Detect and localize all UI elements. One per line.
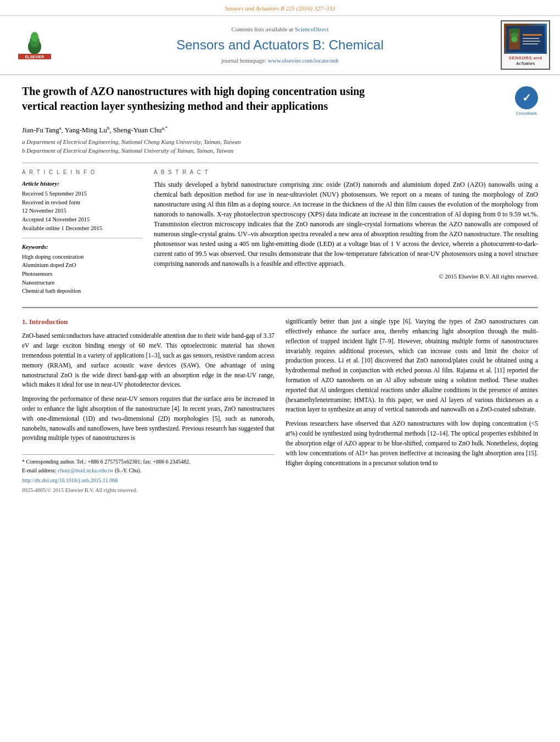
- keyword-3: Photosensors: [22, 270, 143, 278]
- body-right-column: significantly better than just a single …: [285, 317, 538, 494]
- svg-rect-14: [523, 43, 538, 44]
- svg-rect-11: [523, 34, 542, 36]
- intro-para-2: Improving the performance of these near-…: [22, 394, 275, 443]
- keyword-1: High doping concentration: [22, 253, 143, 261]
- article-info-abstract: A R T I C L E I N F O Article history: R…: [22, 163, 538, 296]
- journal-banner: ELSEVIER Contents lists available at Sci…: [0, 16, 560, 75]
- keyword-2: Aluminium doped ZnO: [22, 261, 143, 270]
- actuators-text: AcTuators: [516, 61, 535, 66]
- logo-image: [504, 24, 547, 54]
- copyright: © 2015 Elsevier B.V. All rights reserved…: [154, 272, 538, 281]
- article-title: The growth of AZO nanostructures with hi…: [22, 84, 395, 114]
- homepage-url[interactable]: www.elsevier.com/locate/snb: [268, 57, 339, 64]
- journal-title: Sensors and Actuators B: Chemical: [59, 36, 501, 54]
- crossmark-label: CrossMark: [515, 110, 538, 116]
- title-section: ✓ CrossMark The growth of AZO nanostruct…: [22, 84, 538, 119]
- body-left-column: 1. Introduction ZnO-based semiconductors…: [22, 317, 275, 494]
- intro-para-1: ZnO-based semiconductors have attracted …: [22, 331, 275, 390]
- affiliation-a: a Department of Electrical Engineering, …: [22, 138, 538, 146]
- intro-para-3: significantly better than just a single …: [285, 317, 538, 415]
- footnotes: * Corresponding author. Tel.: +886 6 275…: [22, 454, 275, 475]
- corresponding-author: * Corresponding author. Tel.: +886 6 275…: [22, 458, 275, 466]
- received2-date: 12 November 2015: [22, 207, 143, 215]
- svg-rect-12: [523, 38, 539, 39]
- email-suffix: (S.-Y. Chu).: [115, 467, 141, 473]
- history-heading: Article history:: [22, 180, 143, 188]
- issn-line: 0925-4005/© 2015 Elsevier B.V. All right…: [22, 487, 275, 494]
- article-history: Article history: Received 5 September 20…: [22, 180, 143, 232]
- footer-note: http://dx.doi.org/10.1016/j.snb.2015.11.…: [22, 477, 275, 484]
- article-info-column: A R T I C L E I N F O Article history: R…: [22, 169, 143, 296]
- journal-reference: Sensors and Actuators B 225 (2016) 327–3…: [225, 5, 335, 12]
- received1: Received 5 September 2015: [22, 190, 143, 198]
- sciencedirect-link[interactable]: ScienceDirect: [295, 26, 329, 32]
- crossmark-area: ✓ CrossMark: [515, 86, 538, 116]
- sensors-actuators-logo: SENSORS and AcTuators: [501, 20, 550, 70]
- divider: [22, 238, 143, 238]
- abstract-label: A B S T R A C T: [154, 169, 538, 176]
- article-container: ✓ CrossMark The growth of AZO nanostruct…: [0, 75, 560, 505]
- available-online: Available online 1 December 2015: [22, 225, 143, 233]
- abstract-column: A B S T R A C T This study developed a h…: [154, 169, 538, 296]
- author2: Yang-Ming Lu: [65, 126, 107, 135]
- doi-link[interactable]: http://dx.doi.org/10.1016/j.snb.2015.11.…: [22, 477, 117, 483]
- intro-heading: 1. Introduction: [22, 317, 275, 327]
- contents-line: Contents lists available at ScienceDirec…: [59, 25, 501, 34]
- svg-point-10: [511, 37, 518, 42]
- keyword-5: Chemical bath deposition: [22, 287, 143, 295]
- affiliations: a Department of Electrical Engineering, …: [22, 138, 538, 155]
- affiliation-b: b Department of Electrical Engineering, …: [22, 147, 538, 155]
- elsevier-tree-icon: ELSEVIER: [15, 30, 54, 60]
- keyword-4: Nanostructure: [22, 279, 143, 287]
- abstract-text: This study developed a hybrid nanostruct…: [154, 180, 538, 281]
- authors-line: Jian-Fu Tanga, Yang-Ming Lub, Sheng-Yuan…: [22, 125, 538, 136]
- email-line: E-mail address: chusy@mail.ncku.edu.tw (…: [22, 467, 275, 475]
- author1: Jian-Fu Tang: [22, 126, 59, 135]
- homepage-line: journal homepage: www.elsevier.com/locat…: [59, 57, 501, 65]
- crossmark-icon: ✓: [515, 86, 538, 109]
- keywords-label: Keywords:: [22, 243, 143, 251]
- received2: Received in revised form: [22, 199, 143, 207]
- author3: Sheng-Yuan Chu: [113, 126, 161, 135]
- svg-point-3: [31, 32, 38, 42]
- article-body: 1. Introduction ZnO-based semiconductors…: [22, 307, 538, 494]
- svg-rect-13: [523, 41, 540, 42]
- email-address[interactable]: chusy@mail.ncku.edu.tw: [58, 467, 114, 473]
- svg-text:ELSEVIER: ELSEVIER: [25, 55, 44, 59]
- banner-center: Contents lists available at ScienceDirec…: [59, 25, 501, 65]
- sensors-text: SENSORS and: [508, 55, 542, 61]
- keywords-block: Keywords: High doping concentration Alum…: [22, 243, 143, 295]
- intro-para-4: Previous researchers have observed that …: [285, 419, 538, 468]
- journal-header: Sensors and Actuators B 225 (2016) 327–3…: [0, 0, 560, 16]
- accepted: Accepted 14 November 2015: [22, 216, 143, 224]
- logo-graphic: [506, 26, 545, 52]
- elsevier-logo: ELSEVIER: [10, 30, 59, 60]
- article-info-label: A R T I C L E I N F O: [22, 169, 143, 176]
